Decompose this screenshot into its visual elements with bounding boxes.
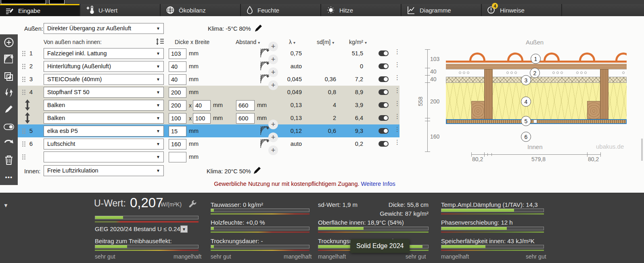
row-menu-icon[interactable]: ⋮ bbox=[394, 74, 400, 81]
more-options-icon[interactable]: ••• bbox=[4, 172, 14, 182]
row-menu-icon[interactable]: ⋮ bbox=[394, 87, 400, 94]
row-menu-icon[interactable]: ⋮ bbox=[394, 113, 400, 120]
layer-row-balken-1: Balken▼ x mm mm 0,13 4 3,9 ⋮ bbox=[18, 99, 399, 112]
layer-toggle[interactable] bbox=[378, 63, 389, 69]
edit-klima-innen-icon[interactable] bbox=[253, 166, 262, 176]
material-dropdown[interactable]: Luftschicht▼ bbox=[44, 139, 164, 149]
col-header-kg[interactable]: kg/m² ▾ bbox=[349, 39, 367, 45]
row-menu-icon[interactable]: ⋮ bbox=[394, 61, 400, 68]
browser-tab-fragment[interactable] bbox=[1, 0, 46, 4]
sd-wert-label: sd-Wert: 1,9 m bbox=[318, 201, 358, 208]
swap-layers-icon[interactable] bbox=[4, 87, 14, 98]
material-dropdown[interactable]: STEICOsafe (40mm)▼ bbox=[44, 74, 164, 85]
thickness-input[interactable] bbox=[169, 126, 186, 137]
thickness-input[interactable] bbox=[169, 152, 186, 162]
drag-handle-icon[interactable] bbox=[22, 141, 25, 147]
wrench-settings-icon[interactable] bbox=[188, 200, 197, 210]
material-dropdown[interactable]: Falzziegel inkl. Lattung▼ bbox=[44, 48, 164, 59]
insert-layer-button[interactable]: + bbox=[268, 133, 278, 142]
material-dropdown[interactable]: Stopfhanf ST 50▼ bbox=[44, 87, 164, 98]
col-header-lambda[interactable]: λ ▾ bbox=[289, 39, 295, 45]
drag-handle-icon[interactable] bbox=[22, 50, 25, 56]
row-menu-icon[interactable]: ⋮ bbox=[394, 126, 400, 133]
aussen-dropdown[interactable]: Direkter Übergang zur Außenluft ▼ bbox=[44, 23, 164, 34]
add-partial-material-icon[interactable] bbox=[260, 126, 270, 137]
material-dropdown[interactable]: Balken▼ bbox=[44, 100, 164, 111]
delete-trash-icon[interactable] bbox=[4, 155, 14, 165]
tab-diagramme[interactable]: Diagramme bbox=[401, 4, 481, 16]
layer-toggle[interactable] bbox=[378, 76, 389, 82]
tab-oekobilanz[interactable]: Ökobilanz bbox=[161, 4, 240, 16]
spacing-input[interactable] bbox=[236, 113, 255, 124]
u-wert-limit-scale bbox=[95, 221, 199, 223]
layer-toggle[interactable] bbox=[378, 50, 389, 56]
updown-arrow-icon[interactable] bbox=[24, 99, 31, 112]
insert-layer-button[interactable]: + bbox=[268, 80, 278, 90]
toggle-layers-icon[interactable] bbox=[4, 122, 14, 132]
row-number: 4 bbox=[27, 88, 35, 95]
thickness-input[interactable] bbox=[169, 113, 186, 124]
dropdown-arrow-icon: ▼ bbox=[156, 87, 160, 97]
drag-handle-icon[interactable] bbox=[22, 154, 25, 160]
tab-hitze[interactable]: Hitze bbox=[321, 4, 401, 16]
edit-pencil-icon[interactable] bbox=[4, 104, 14, 114]
collapse-panel-icon[interactable]: ▼ bbox=[3, 202, 8, 208]
layer-toggle[interactable] bbox=[378, 102, 389, 108]
edit-klima-aussen-icon[interactable] bbox=[254, 23, 263, 34]
thermometer-snow-icon bbox=[86, 6, 94, 15]
layer-toggle[interactable] bbox=[378, 128, 389, 134]
thickness-input[interactable] bbox=[169, 48, 186, 59]
tab-u-wert[interactable]: U-Wert bbox=[80, 4, 160, 16]
geg-standard-dropdown[interactable]: ▼ bbox=[180, 225, 188, 233]
insert-layer-button[interactable]: + bbox=[268, 42, 278, 51]
drag-handle-icon[interactable] bbox=[22, 76, 25, 82]
scrollbar-thumb[interactable] bbox=[641, 139, 643, 161]
material-dropdown[interactable]: elka esb P5▼ bbox=[44, 126, 164, 137]
material-dropdown[interactable]: Hinterlüftung (Außenluft)▼ bbox=[44, 61, 164, 72]
selection-handle[interactable] bbox=[533, 120, 537, 123]
sort-layers-icon[interactable] bbox=[156, 38, 165, 47]
thickness-input[interactable] bbox=[169, 87, 186, 98]
col-header-abstand[interactable]: Abstand ▾ bbox=[236, 39, 260, 45]
layer-toggle[interactable] bbox=[378, 89, 389, 95]
diagram-innen-label: Innen bbox=[527, 143, 543, 150]
tab-eingabe[interactable]: Eingabe bbox=[0, 4, 79, 16]
rafter-post bbox=[484, 69, 493, 119]
thickness-input[interactable] bbox=[169, 61, 186, 72]
undo-redo-icon[interactable] bbox=[4, 138, 14, 148]
width-input[interactable] bbox=[193, 100, 211, 111]
trocknungsdauer-scale bbox=[211, 250, 309, 251]
material-dropdown[interactable]: ▼ bbox=[44, 151, 164, 162]
updown-arrow-icon[interactable] bbox=[24, 112, 31, 125]
thickness-input[interactable] bbox=[169, 100, 186, 111]
balken-cross-section bbox=[471, 101, 485, 119]
thickness-input[interactable] bbox=[169, 74, 186, 85]
add-layer-icon[interactable] bbox=[4, 37, 14, 48]
add-material-grain-icon[interactable] bbox=[4, 54, 14, 65]
duplicate-layer-icon[interactable] bbox=[4, 72, 14, 82]
insert-layer-button[interactable]: + bbox=[268, 67, 278, 77]
col-header-sd[interactable]: sd[m] ▾ bbox=[317, 39, 334, 45]
sd-value: 0,8 bbox=[312, 89, 336, 95]
drag-handle-icon[interactable] bbox=[22, 128, 25, 134]
browser-tab-fragment[interactable] bbox=[49, 0, 65, 4]
layer-toggle[interactable] bbox=[378, 115, 389, 121]
layer-toggle[interactable] bbox=[378, 141, 389, 147]
insert-layer-button[interactable]: + bbox=[268, 145, 278, 155]
row-menu-icon[interactable]: ⋮ bbox=[394, 100, 400, 107]
row-menu-icon[interactable]: ⋮ bbox=[394, 139, 400, 146]
drag-handle-icon[interactable] bbox=[22, 89, 25, 95]
tab-hinweise[interactable]: 4 Hinweise bbox=[482, 4, 561, 16]
drag-handle-icon[interactable] bbox=[22, 63, 25, 69]
insert-layer-button[interactable]: + bbox=[268, 120, 278, 129]
spacing-input[interactable] bbox=[236, 100, 255, 111]
weitere-infos-link[interactable]: Weitere Infos bbox=[361, 181, 395, 187]
insert-layer-button[interactable]: + bbox=[268, 55, 278, 64]
innen-dropdown[interactable]: Freie Luftzirkulation ▼ bbox=[44, 165, 164, 176]
thickness-input[interactable] bbox=[169, 139, 186, 149]
row-menu-icon[interactable]: ⋮ bbox=[394, 48, 400, 55]
material-dropdown[interactable]: Balken▼ bbox=[44, 113, 164, 124]
add-partial-material-icon[interactable] bbox=[260, 139, 270, 150]
tab-feuchte[interactable]: Feuchte bbox=[241, 4, 320, 16]
width-input[interactable] bbox=[193, 113, 211, 124]
